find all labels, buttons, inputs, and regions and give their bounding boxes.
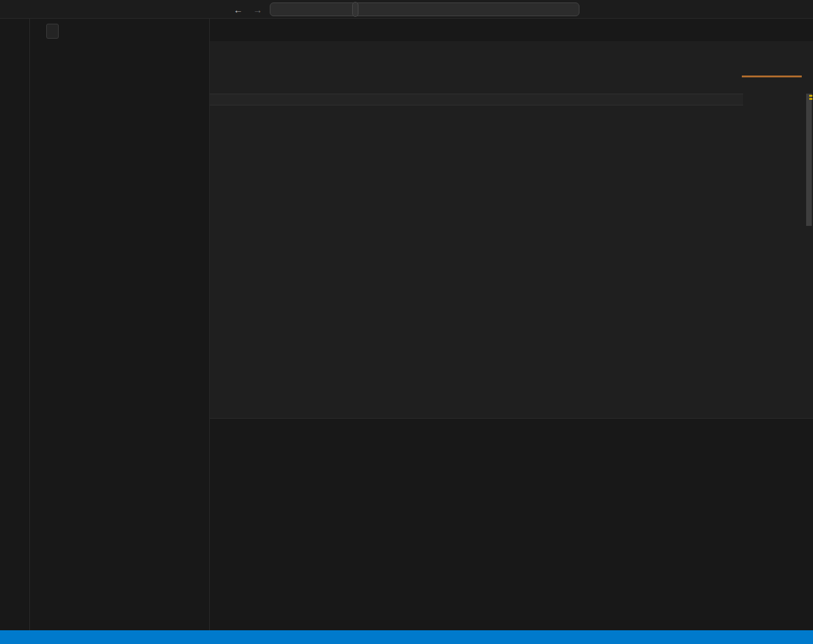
activity-bar (0, 19, 30, 630)
overview-warning-mark (809, 98, 812, 100)
history-navigation: ← → (234, 0, 262, 19)
editor-tabs (210, 19, 813, 41)
editor-scrollbar[interactable] (806, 94, 812, 226)
titlebar: ← → (0, 0, 813, 19)
editor-gutter (210, 55, 254, 418)
terminal[interactable] (210, 440, 813, 630)
code-editor[interactable] (210, 55, 813, 418)
forward-arrow-icon[interactable]: → (253, 4, 262, 15)
minimap[interactable] (742, 55, 802, 161)
bottom-panel (210, 418, 813, 630)
overview-warning-mark (809, 95, 812, 97)
minimap-highlight (742, 76, 802, 77)
back-arrow-icon[interactable]: ← (234, 4, 243, 15)
vscode-window: ← → (0, 0, 813, 644)
editor-actions (806, 19, 813, 41)
code-content (254, 55, 743, 418)
run-and-debug-sidebar (30, 19, 210, 630)
debug-toolbar (352, 2, 358, 17)
launch-config-dropdown[interactable] (46, 24, 59, 39)
breadcrumb[interactable] (210, 41, 813, 55)
command-center[interactable] (270, 2, 579, 16)
status-bar (0, 630, 813, 644)
